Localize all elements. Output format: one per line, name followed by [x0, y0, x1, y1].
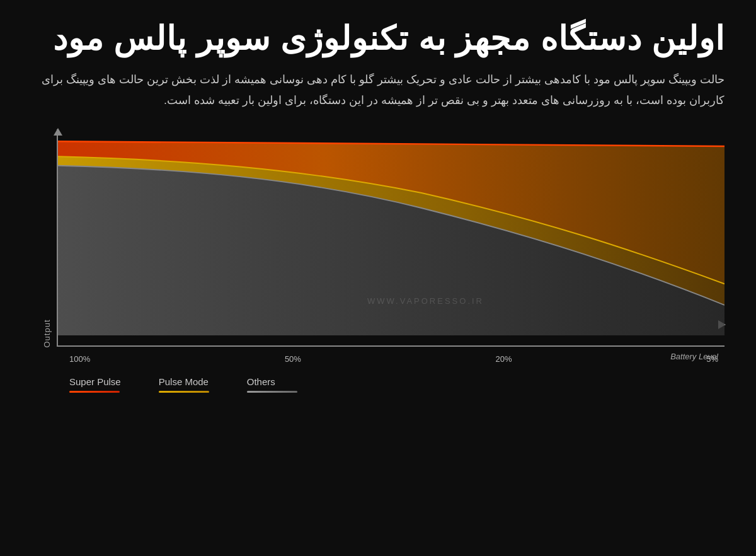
watermark: WWW.VAPORESSO.IR	[367, 296, 484, 306]
x-tick-100: 100%	[69, 354, 90, 364]
chart-section: Output Battery Level	[32, 123, 724, 543]
chart-area: Output Battery Level	[57, 123, 724, 543]
y-axis-label: Output	[42, 319, 52, 347]
legend-item-others: Others	[247, 376, 297, 393]
x-tick-5: 5%	[706, 354, 718, 364]
legend-item-super-pulse: Super Pulse	[69, 376, 121, 393]
legend: Super Pulse Pulse Mode Others	[57, 376, 724, 393]
page-title: اولین دستگاه مجهز به تکنولوژی سوپر پالس …	[32, 19, 724, 58]
legend-item-pulse-mode: Pulse Mode	[159, 376, 209, 393]
chart-canvas: Battery Level	[57, 129, 724, 369]
x-tick-20: 20%	[496, 354, 512, 364]
legend-label-others: Others	[247, 376, 297, 387]
legend-label-pulse-mode: Pulse Mode	[159, 376, 209, 387]
x-axis-line	[57, 345, 724, 347]
legend-line-others	[247, 391, 297, 393]
legend-line-super-pulse	[69, 391, 120, 393]
page-container: اولین دستگاه مجهز به تکنولوژی سوپر پالس …	[0, 0, 756, 556]
x-tick-50: 50%	[285, 354, 301, 364]
legend-line-pulse-mode	[159, 391, 209, 393]
x-ticks: 100% 50% 20% 5%	[57, 354, 724, 364]
page-description: حالت ویپینگ سوپر پالس مود با کامدهی بیشت…	[32, 69, 724, 110]
legend-label-super-pulse: Super Pulse	[69, 376, 121, 387]
